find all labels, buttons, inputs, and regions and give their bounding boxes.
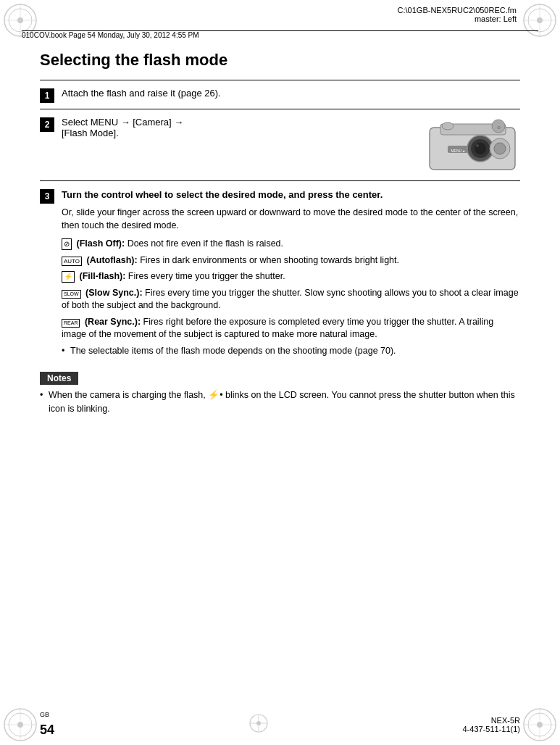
step-3-bullet: The selectable items of the flash mode d…	[62, 345, 520, 358]
step-1: 1 Attach the flash and raise it (page 26…	[40, 80, 520, 109]
header-filename: C:\01GB-NEX5RUC2\050REC.fm	[398, 6, 517, 14]
svg-point-30	[442, 122, 454, 130]
step-1-number: 1	[40, 88, 54, 103]
svg-point-27	[494, 143, 506, 154]
region-label: GB	[40, 711, 49, 718]
page-num-value: 54	[40, 723, 54, 737]
bottom-bar: GB 54 NEX-5R 4-437-511-11(1)	[40, 711, 520, 738]
step-3: 3 Turn the control wheel to select the d…	[40, 181, 520, 363]
svg-point-25	[476, 144, 479, 147]
step-2-content: Select MENU → [Camera] → [Flash Mode].	[62, 117, 520, 175]
header: C:\01GB-NEX5RUC2\050REC.fm master: Left	[43, 6, 517, 23]
flash-auto-text: Fires in dark environments or when shoot…	[140, 255, 399, 265]
flash-slow-icon: SLOW	[62, 290, 81, 299]
flash-item-rear: REAR (Rear Sync.): Fires right before th…	[62, 316, 520, 341]
step-3-content: Turn the control wheel to select the des…	[62, 188, 520, 357]
step-3-main-text: Turn the control wheel to select the des…	[62, 188, 520, 201]
step-2: 2 Select MENU → [Camera] → [Flash Mode].	[40, 109, 520, 181]
flash-auto-label: (Autoflash):	[87, 255, 138, 265]
step-2-text: Select MENU → [Camera] → [Flash Mode].	[62, 117, 419, 138]
corner-decoration-tr	[521, 1, 559, 39]
page-number: GB 54	[40, 711, 54, 738]
flash-fill-text: Fires every time you trigger the shutter…	[128, 271, 285, 281]
notes-text: When the camera is charging the flash, ⚡…	[40, 388, 520, 415]
flash-fill-icon: ⚡	[62, 271, 75, 283]
step-2-line1: Select MENU → [Camera] →	[62, 117, 419, 128]
flash-off-label: (Flash Off):	[76, 238, 125, 249]
flash-rear-label: (Rear Sync.):	[85, 317, 141, 327]
catalog-number: 4-437-511-11(1)	[463, 725, 521, 733]
flash-off-icon: ⊘	[62, 238, 72, 250]
page-title: Selecting the flash mode	[40, 51, 520, 70]
step-3-desc: Or, slide your finger across the screen …	[62, 206, 520, 232]
flash-item-auto: AUTO (Autoflash): Fires in dark environm…	[62, 254, 520, 267]
step-3-number: 3	[40, 189, 54, 204]
camera-illustration: MENU ● ⊙	[426, 117, 520, 175]
flash-item-fill: ⚡ (Fill-flash): Fires every time you tri…	[62, 270, 520, 283]
model-info: NEX-5R 4-437-511-11(1)	[463, 716, 521, 733]
bottom-crosshair	[248, 712, 269, 736]
flash-rear-icon: REAR	[62, 319, 80, 328]
flash-auto-icon: AUTO	[62, 257, 82, 266]
model-name: NEX-5R	[463, 716, 521, 725]
svg-text:⊙: ⊙	[497, 125, 501, 130]
corner-decoration-br	[521, 706, 559, 744]
notes-section: Notes When the camera is charging the fl…	[40, 372, 520, 415]
svg-text:MENU ●: MENU ●	[451, 149, 464, 153]
flash-fill-label: (Fill-flash):	[79, 271, 125, 281]
step-1-text: Attach the flash and raise it (page 26).	[62, 88, 221, 99]
step-1-content: Attach the flash and raise it (page 26).	[62, 88, 520, 99]
step-2-line2: [Flash Mode].	[62, 128, 419, 138]
step-2-number: 2	[40, 117, 54, 132]
header-master: master: Left	[475, 14, 517, 23]
flash-item-slow: SLOW (Slow Sync.): Fires every time you …	[62, 287, 520, 312]
main-content: Selecting the flash mode 1 Attach the fl…	[40, 47, 520, 687]
svg-point-24	[475, 143, 486, 154]
flash-item-off: ⊘ (Flash Off): Does not fire even if the…	[62, 238, 520, 251]
notes-label: Notes	[40, 372, 78, 385]
flash-slow-label: (Slow Sync.):	[85, 288, 142, 298]
flash-off-text: Does not fire even if the flash is raise…	[128, 238, 283, 249]
corner-decoration-bl	[1, 706, 39, 744]
book-info: 010COV.book Page 54 Monday, July 30, 201…	[22, 31, 199, 39]
step-3-bold: Turn the control wheel to select the des…	[62, 189, 383, 200]
